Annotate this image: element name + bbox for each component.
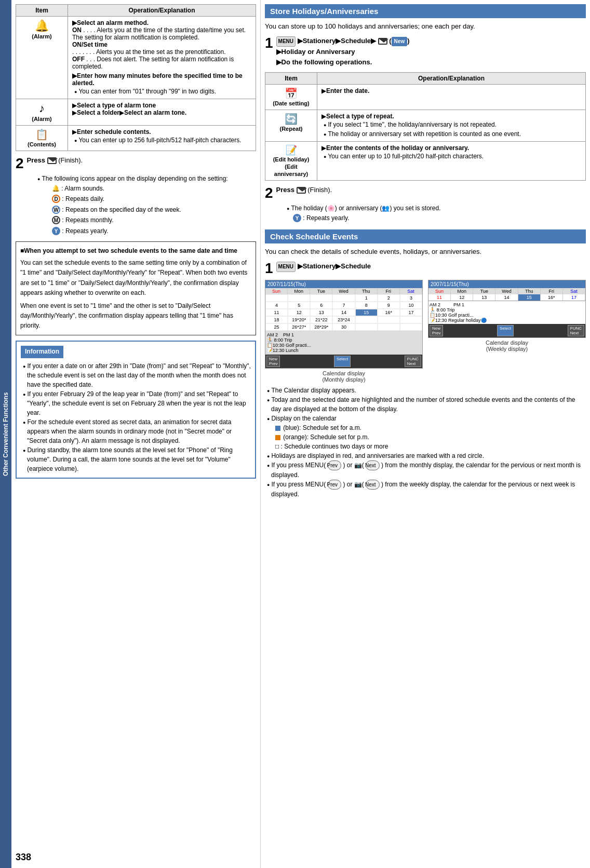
- col-operation: Operation/Explanation: [68, 5, 256, 17]
- table-row: 📝 (Edit holiday) (Edit anniversary) ▶Ent…: [265, 142, 586, 181]
- next-pill: Next: [366, 460, 380, 470]
- menu-icon: MENU: [276, 36, 296, 47]
- mail-icon3: [297, 187, 306, 194]
- holiday-table: Item Operation/Explanation 📅 (Date setti…: [265, 72, 586, 181]
- menu-icon2: MENU: [276, 262, 296, 272]
- monthly-calendar: 2007/11/15(Thu) Sun Mon Tue Wed Thu Fri …: [265, 280, 423, 383]
- item-contents: 📋 (Contents): [16, 126, 68, 151]
- select-btn[interactable]: Select: [334, 356, 351, 367]
- blue-square-icon: [275, 426, 280, 431]
- weekly-calendar: 2007/11/15(Thu) Sun Mon Tue Wed Thu Fri …: [428, 280, 586, 383]
- new-badge: New: [392, 37, 408, 46]
- info-box: Information If you enter a date on or af…: [16, 341, 256, 478]
- table-row: 📅 (Date setting) ▶Enter the date.: [265, 85, 586, 110]
- right-step1: 1 MENU ▶Stationery▶Schedule▶ (New) ▶Holi…: [265, 36, 586, 69]
- monthly-label: Calendar display(Monthly display): [265, 370, 423, 383]
- right-column: Store Holidays/Anniversaries You can sto…: [261, 0, 590, 868]
- orange-square-icon: [275, 435, 280, 440]
- left-column: Item Operation/Explanation 🔔 (Alarm) ▶Se…: [11, 0, 261, 868]
- check-intro: You can check the details of schedule ev…: [265, 247, 586, 257]
- check-section-header: Check Schedule Events: [265, 229, 586, 243]
- prev-pill: Prev: [328, 460, 342, 470]
- store-section-header: Store Holidays/Anniversaries: [265, 4, 586, 18]
- weekly-label: Calendar display(Weekly display): [428, 340, 586, 352]
- item-alarm1: 🔔 (Alarm): [16, 17, 68, 99]
- col-item2: Item: [265, 73, 317, 85]
- step2-line: 2 Press (Finish).: [16, 156, 256, 171]
- col-operation2: Operation/Explanation: [317, 73, 586, 85]
- sidebar-label: Other Convenient Functions: [0, 0, 11, 868]
- right-step2: 2 Press (Finish). The holiday (🌸) or ann…: [265, 186, 586, 223]
- prev-pill2: Prev: [328, 480, 342, 490]
- item-alarm2: ♪ (Alarm): [16, 99, 68, 126]
- weekly-prev-btn[interactable]: NewPrev: [430, 325, 443, 336]
- menu-icon4: MENU: [305, 481, 324, 488]
- menu-icon3: MENU: [305, 462, 324, 469]
- alarm-table: Item Operation/Explanation 🔔 (Alarm) ▶Se…: [16, 4, 256, 151]
- table-row: 🔔 (Alarm) ▶Select an alarm method. ON . …: [16, 17, 256, 99]
- press-label: Press: [27, 156, 45, 164]
- store-intro: You can store up to 100 holidays and ann…: [265, 21, 586, 32]
- warning-box: ■When you attempt to set two schedule ev…: [16, 241, 256, 336]
- mail-icon: [47, 157, 57, 164]
- weekly-select-btn[interactable]: Select: [497, 325, 514, 336]
- table-row: 📋 (Contents) ▶Enter schedule contents. Y…: [16, 126, 256, 151]
- check-step1: 1 MENU ▶Stationery▶Schedule: [265, 261, 586, 276]
- prev-btn[interactable]: NewPrev: [266, 356, 280, 367]
- calendar-description: The Calendar display appears. Today and …: [265, 386, 586, 499]
- mail-icon2: [378, 38, 387, 45]
- finish-badge: Finish: [61, 156, 79, 164]
- table-row: ♪ (Alarm) ▶Select a type of alarm tone ▶…: [16, 99, 256, 126]
- calendar-displays: 2007/11/15(Thu) Sun Mon Tue Wed Thu Fri …: [265, 280, 586, 383]
- next-pill2: Next: [366, 480, 380, 490]
- weekly-next-btn[interactable]: FUNCNext: [568, 325, 584, 336]
- step2-area: 2 Press (Finish). The following icons ap…: [16, 156, 256, 236]
- next-btn[interactable]: FUNCNext: [405, 356, 421, 367]
- page-number: 338: [16, 852, 31, 863]
- col-item: Item: [16, 5, 68, 17]
- table-row: 🔄 (Repeat) ▶Select a type of repeat. If …: [265, 110, 586, 142]
- finish-badge2: Finish: [310, 186, 328, 194]
